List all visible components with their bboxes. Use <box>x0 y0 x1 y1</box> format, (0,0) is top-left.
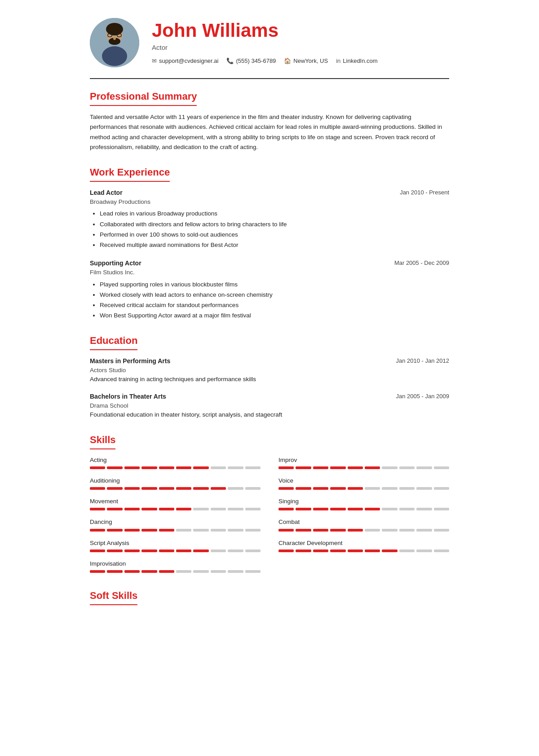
job-bullets-1: Lead roles in various Broadway productio… <box>90 209 449 250</box>
contact-location: 🏠 NewYork, US <box>284 57 328 66</box>
summary-section: Professional Summary Talented and versat… <box>90 89 449 152</box>
job-title-1: Lead Actor <box>90 188 123 198</box>
job-entry-1: Lead Actor Jan 2010 - Present Broadway P… <box>90 188 449 250</box>
skill-bar <box>90 466 261 469</box>
skill-name: Voice <box>278 476 449 485</box>
job-company-1: Broadway Productions <box>90 198 449 207</box>
bullet-item: Performed in over 100 shows to sold-out … <box>100 230 449 239</box>
edu-degree-2: Bachelors in Theater Arts <box>90 392 166 401</box>
skill-item: Singing <box>278 497 449 510</box>
skill-name: Character Development <box>278 539 449 548</box>
skills-grid: ActingImprovAuditioningVoiceMovementSing… <box>90 456 449 576</box>
job-company-2: Film Studios Inc. <box>90 268 449 277</box>
skill-name: Script Analysis <box>90 539 261 548</box>
bullet-item: Lead roles in various Broadway productio… <box>100 209 449 218</box>
summary-title: Professional Summary <box>90 89 197 106</box>
contact-phone: 📞 (555) 345-6789 <box>226 57 276 66</box>
skill-bar <box>90 529 261 532</box>
edu-school-1: Actors Studio <box>90 366 449 375</box>
skill-item: Improvisation <box>90 559 261 573</box>
svg-point-8 <box>113 36 116 40</box>
location-icon: 🏠 <box>284 57 291 66</box>
bullet-item: Received critical acclaim for standout p… <box>100 301 449 310</box>
svg-point-4 <box>102 46 127 66</box>
job-date-1: Jan 2010 - Present <box>400 188 449 197</box>
bullet-item: Collaborated with directors and fellow a… <box>100 220 449 229</box>
skill-bar <box>90 570 261 573</box>
edu-date-2: Jan 2005 - Jan 2009 <box>396 392 449 401</box>
edu-entry-2: Bachelors in Theater Arts Jan 2005 - Jan… <box>90 392 449 420</box>
job-header-1: Lead Actor Jan 2010 - Present <box>90 188 449 198</box>
bullet-item: Worked closely with lead actors to enhan… <box>100 290 449 299</box>
email-text: support@cvdesigner.ai <box>159 57 218 66</box>
soft-skills-section: Soft Skills <box>90 588 449 607</box>
skill-name: Combat <box>278 518 449 527</box>
skill-item: Auditioning <box>90 476 261 490</box>
education-section: Education Masters in Performing Arts Jan… <box>90 333 449 420</box>
skill-item: Voice <box>278 476 449 490</box>
edu-desc-1: Advanced training in acting techniques a… <box>90 375 449 384</box>
job-entry-2: Supporting Actor Mar 2005 - Dec 2009 Fil… <box>90 259 449 320</box>
skill-bar <box>90 487 261 490</box>
job-bullets-2: Played supporting roles in various block… <box>90 280 449 321</box>
job-header-2: Supporting Actor Mar 2005 - Dec 2009 <box>90 259 449 268</box>
skill-bar <box>90 508 261 510</box>
edu-entry-1: Masters in Performing Arts Jan 2010 - Ja… <box>90 356 449 384</box>
work-experience-title: Work Experience <box>90 165 170 182</box>
contact-linkedin: in LinkedIn.com <box>336 57 377 66</box>
skill-name: Acting <box>90 456 261 465</box>
skills-title: Skills <box>90 432 115 449</box>
header-name: John Williams <box>152 20 449 41</box>
header: John Williams Actor ✉ support@cvdesigner… <box>90 18 449 67</box>
edu-header-1: Masters in Performing Arts Jan 2010 - Ja… <box>90 356 449 366</box>
education-title: Education <box>90 333 137 350</box>
phone-icon: 📞 <box>226 57 234 66</box>
skill-name: Improvisation <box>90 559 261 568</box>
job-date-2: Mar 2005 - Dec 2009 <box>394 259 449 268</box>
skill-item: Script Analysis <box>90 539 261 552</box>
skill-bar <box>90 549 261 552</box>
location-text: NewYork, US <box>293 57 328 66</box>
soft-skills-title: Soft Skills <box>90 588 137 605</box>
skill-item: Character Development <box>278 539 449 552</box>
skill-name: Dancing <box>90 518 261 527</box>
skill-item: Acting <box>90 456 261 469</box>
work-experience-section: Work Experience Lead Actor Jan 2010 - Pr… <box>90 165 449 321</box>
header-contacts: ✉ support@cvdesigner.ai 📞 (555) 345-6789… <box>152 57 449 66</box>
skill-item: Movement <box>90 497 261 510</box>
email-icon: ✉ <box>152 57 157 66</box>
bullet-item: Received multiple award nominations for … <box>100 241 449 250</box>
skill-item: Improv <box>278 456 449 469</box>
job-title-2: Supporting Actor <box>90 259 141 268</box>
skill-bar <box>278 549 449 552</box>
avatar <box>90 18 139 67</box>
skill-name: Auditioning <box>90 476 261 485</box>
header-info: John Williams Actor ✉ support@cvdesigner… <box>152 20 449 65</box>
phone-text: (555) 345-6789 <box>236 57 276 66</box>
skill-item: Combat <box>278 518 449 531</box>
header-divider <box>90 78 449 79</box>
skill-item <box>278 559 449 573</box>
skill-name: Movement <box>90 497 261 506</box>
bullet-item: Played supporting roles in various block… <box>100 280 449 289</box>
header-title: Actor <box>152 43 449 53</box>
skill-bar <box>278 487 449 490</box>
skill-item: Dancing <box>90 518 261 531</box>
skill-bar <box>278 508 449 510</box>
skill-bar <box>278 529 449 532</box>
contact-email: ✉ support@cvdesigner.ai <box>152 57 218 66</box>
edu-school-2: Drama School <box>90 401 449 410</box>
edu-desc-2: Foundational education in theater histor… <box>90 410 449 419</box>
summary-text: Talented and versatile Actor with 11 yea… <box>90 112 449 152</box>
skills-section: Skills ActingImprovAuditioningVoiceMovem… <box>90 432 449 576</box>
edu-date-1: Jan 2010 - Jan 2012 <box>396 356 449 365</box>
linkedin-text: LinkedIn.com <box>343 57 377 66</box>
edu-degree-1: Masters in Performing Arts <box>90 356 170 366</box>
linkedin-icon: in <box>336 57 340 66</box>
skill-name: Singing <box>278 497 449 506</box>
edu-header-2: Bachelors in Theater Arts Jan 2005 - Jan… <box>90 392 449 401</box>
skill-name: Improv <box>278 456 449 465</box>
bullet-item: Won Best Supporting Actor award at a maj… <box>100 311 449 320</box>
skill-bar <box>278 466 449 469</box>
